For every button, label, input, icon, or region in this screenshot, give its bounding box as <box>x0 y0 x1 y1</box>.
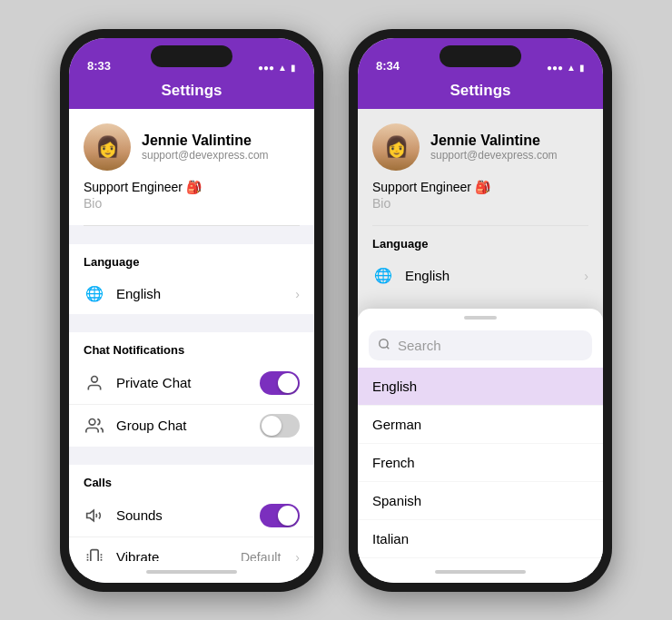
profile-info: Jennie Valintine support@devexpress.com <box>142 133 269 162</box>
job-title-right: Support Engineer 🎒 <box>372 180 588 194</box>
search-input[interactable]: Search <box>398 338 441 353</box>
calls-label: Calls <box>69 465 314 495</box>
sheet-handle <box>464 316 497 320</box>
header: Settings <box>69 78 314 109</box>
sounds-row: Sounds <box>69 495 314 537</box>
language-row[interactable]: 🌐 English › <box>69 274 314 314</box>
content: 👩 Jennie Valintine support@devexpress.co… <box>69 109 314 561</box>
vibrate-row[interactable]: Vibrate Default › <box>69 537 314 561</box>
notch-right <box>440 45 521 67</box>
sounds-label: Sounds <box>116 507 249 523</box>
group-chat-icon <box>84 415 105 437</box>
language-item-english[interactable]: English <box>358 368 603 406</box>
language-item-russian[interactable]: Russian <box>358 558 603 561</box>
status-icons: ●●● ▲ ▮ <box>258 63 296 73</box>
notch <box>151 45 232 67</box>
language-item-french[interactable]: French <box>358 444 603 482</box>
home-indicator-right <box>358 561 603 583</box>
calls-section: Calls Sounds <box>69 465 314 561</box>
vibrate-label: Vibrate <box>116 549 230 561</box>
divider-1 <box>84 225 300 226</box>
status-time: 8:33 <box>87 59 111 73</box>
avatar-image-right: 👩 <box>372 123 420 171</box>
search-icon <box>378 338 390 353</box>
language-item-italian[interactable]: Italian <box>358 520 603 558</box>
bio-right: Bio <box>372 196 588 211</box>
toggle-knob-2 <box>262 416 282 436</box>
profile-section: 👩 Jennie Valintine support@devexpress.co… <box>69 109 314 225</box>
private-chat-label: Private Chat <box>116 375 249 390</box>
language-list: English German French Spanish Italian <box>358 368 603 561</box>
home-bar <box>146 570 237 574</box>
status-time-right: 8:34 <box>376 59 400 73</box>
header-right: Settings <box>358 78 603 109</box>
wifi-icon-right: ▲ <box>567 63 576 73</box>
language-chevron-right: › <box>584 269 588 283</box>
svg-point-1 <box>89 418 95 425</box>
battery-icon: ▮ <box>291 63 296 73</box>
signal-icon: ●●● <box>258 63 274 73</box>
globe-icon: 🌐 <box>84 283 105 305</box>
svg-line-5 <box>387 346 390 349</box>
home-bar-right <box>435 570 526 574</box>
svg-point-4 <box>380 339 388 347</box>
group-chat-toggle[interactable] <box>260 414 300 438</box>
toggle-knob <box>278 373 298 393</box>
bio: Bio <box>84 196 300 211</box>
page-title-right: Settings <box>450 82 510 99</box>
page-title: Settings <box>161 82 222 99</box>
language-section-right-dim: Language 🌐 English › <box>358 226 603 296</box>
profile-row: 👩 Jennie Valintine support@devexpress.co… <box>84 123 300 171</box>
private-chat-toggle[interactable] <box>260 371 300 395</box>
search-bar[interactable]: Search <box>369 330 592 360</box>
profile-row-right: 👩 Jennie Valintine support@devexpress.co… <box>372 123 588 171</box>
avatar: 👩 <box>84 123 131 171</box>
toggle-knob-3 <box>278 506 298 526</box>
language-chevron: › <box>295 287 300 301</box>
profile-info-right: Jennie Valintine support@devexpress.com <box>430 133 558 162</box>
vibrate-value: Default <box>241 550 281 561</box>
language-sheet: Search English German French Spanish <box>358 309 603 561</box>
vibrate-chevron: › <box>295 550 300 561</box>
profile-name: Jennie Valintine <box>142 133 269 149</box>
wifi-icon: ▲ <box>278 63 287 73</box>
group-chat-row: Group Chat <box>69 405 314 447</box>
private-chat-row: Private Chat <box>69 362 314 405</box>
sounds-toggle[interactable] <box>260 504 300 527</box>
language-label-right: Language <box>358 226 603 256</box>
language-value: English <box>116 286 284 301</box>
job-title: Support Engineer 🎒 <box>84 180 300 194</box>
home-indicator <box>69 561 314 583</box>
content-right: 👩 Jennie Valintine support@devexpress.co… <box>358 109 603 561</box>
group-chat-label: Group Chat <box>116 418 249 433</box>
avatar-right: 👩 <box>372 123 420 171</box>
private-chat-icon <box>84 372 105 394</box>
right-phone: 8:34 ●●● ▲ ▮ Settings 👩 <box>349 29 612 592</box>
signal-icon-right: ●●● <box>547 63 563 73</box>
svg-point-0 <box>92 376 98 382</box>
profile-name-right: Jennie Valintine <box>430 133 558 149</box>
battery-icon-right: ▮ <box>579 63 585 73</box>
profile-email-right: support@devexpress.com <box>430 149 558 162</box>
language-item-spanish[interactable]: Spanish <box>358 482 603 520</box>
avatar-image: 👩 <box>84 123 131 171</box>
profile-section-right: 👩 Jennie Valintine support@devexpress.co… <box>358 109 603 225</box>
profile-email: support@devexpress.com <box>142 149 269 162</box>
chat-notifications-label: Chat Notifications <box>69 332 314 362</box>
globe-icon-right: 🌐 <box>372 265 394 287</box>
chat-notifications-section: Chat Notifications Private Chat <box>69 332 314 447</box>
language-row-right[interactable]: 🌐 English › <box>358 256 603 296</box>
language-item-german[interactable]: German <box>358 406 603 444</box>
vibrate-icon <box>84 546 105 561</box>
language-value-right: English <box>405 268 573 283</box>
svg-rect-2 <box>91 549 98 560</box>
language-label: Language <box>69 244 314 274</box>
left-phone: 8:33 ●●● ▲ ▮ Settings 👩 Jennie Valintine <box>60 29 323 592</box>
status-icons-right: ●●● ▲ ▮ <box>547 63 585 73</box>
sounds-icon <box>84 505 105 527</box>
dimmed-profile: 👩 Jennie Valintine support@devexpress.co… <box>358 109 603 326</box>
language-section: Language 🌐 English › <box>69 244 314 314</box>
